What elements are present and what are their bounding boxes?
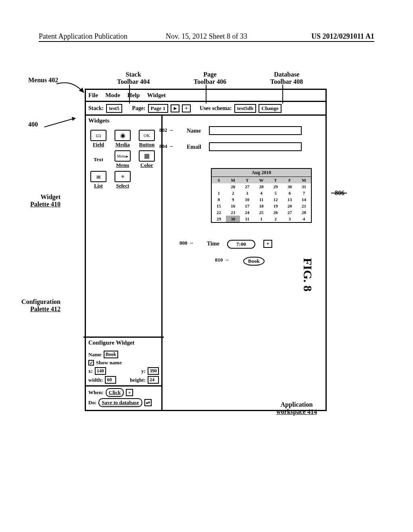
palette-list[interactable]: ≣List [88,171,108,189]
toolbar-row: Stack: test5 Page: Page 1 ▸ + Uses schem… [86,102,325,116]
header-rule [39,41,374,42]
svg-marker-6 [72,117,76,121]
ws-time-label: Time [207,241,219,247]
ws-calendar[interactable]: Aug 2010 SMTWTFM 262728293031 1234567 89… [211,168,312,223]
config-when-add-icon[interactable]: + [126,389,133,396]
callout-config-palette: ConfigurationPalette 412 [12,298,60,313]
config-x-label: x: [88,368,93,374]
change-button[interactable]: Change [259,104,282,113]
callout-ref808: 808 → [179,240,194,246]
widgets-title: Widgets [86,116,161,126]
callout-ref400: 400 [28,121,38,128]
config-h-label: height: [130,377,146,383]
config-name-label: Name [88,351,102,358]
widget-palette: ▭Field ◉Media OKButton Text Menu▸Menu ▦C… [86,126,161,337]
callout-ref804: 804 → [159,143,174,150]
callout-widget-palette: WidgetPalette 410 [24,193,60,208]
stack-label: Stack: [88,105,104,112]
app-window: File Mode Help Widget Stack: test5 Page:… [85,89,327,411]
page-value[interactable]: Page 1 [148,104,168,113]
callout-page-toolbar: PageToolbar 406 [194,71,226,85]
ws-email-field[interactable] [209,142,302,151]
header-right: US 2012/0291011 A1 [311,32,374,41]
palette-color[interactable]: ▦Color [137,150,157,168]
ws-name-field[interactable] [209,126,302,135]
config-showname-label: Show name [96,360,122,366]
callout-db-toolbar: DatabaseToolbar 408 [270,71,303,85]
config-palette: Name Book ✓ Show name x:140 y:390 width:… [86,348,161,410]
menu-mode[interactable]: Mode [105,92,120,99]
menu-bar: File Mode Help Widget [86,90,325,102]
callout-ref810: 810 → [215,257,229,263]
palette-select[interactable]: ⌖Select [113,171,133,189]
config-w-value[interactable]: 60 [105,376,116,384]
page-add-button[interactable]: + [182,104,191,112]
svg-marker-8 [331,193,334,193]
config-y-label: y: [141,368,146,374]
menu-help[interactable]: Help [127,92,140,99]
figure-caption: FIG. 8 [301,258,315,291]
palette-text: Text [88,150,108,168]
calendar-month: Aug 2010 [212,169,311,177]
menu-widget[interactable]: Widget [147,92,166,99]
left-panel: Widgets ▭Field ◉Media OKButton Text Menu… [86,116,163,410]
config-x-value[interactable]: 140 [95,367,106,375]
palette-menu[interactable]: Menu▸Menu [113,150,133,168]
config-do-updown-icon[interactable]: ▴▾ [144,399,152,406]
page-next-icon[interactable]: ▸ [171,104,179,112]
config-when-label: When: [88,389,104,396]
callout-menus: Menus 402 [28,77,58,84]
config-when-value[interactable]: Click [106,388,124,397]
ws-book-button[interactable]: Book [243,257,265,266]
config-y-value[interactable]: 390 [148,367,159,375]
calendar-dow-row: SMTWTFM [212,177,311,183]
config-title: Configure Widget [86,338,161,348]
config-h-value[interactable]: 24 [148,376,159,384]
schema-value[interactable]: test5db [234,104,256,113]
page-label: Page: [132,105,145,112]
callout-ref802: 802 → [159,127,174,133]
ws-name-label: Name [187,128,201,134]
config-do-label: Do: [88,399,96,406]
ws-time-add-icon[interactable]: + [263,240,272,248]
config-showname-checkbox[interactable]: ✓ [88,360,94,366]
config-w-label: width: [88,377,103,383]
palette-button[interactable]: OKButton [137,130,157,148]
stack-value[interactable]: test5 [106,104,122,113]
ws-time-value[interactable]: 7:00 [227,240,255,249]
palette-field[interactable]: ▭Field [88,130,108,148]
schema-label: Uses schema: [200,105,232,112]
menu-file[interactable]: File [88,92,98,99]
palette-media[interactable]: ◉Media [113,130,133,148]
config-name-value[interactable]: Book [104,351,119,358]
callout-stack-toolbar: StackToolbar 404 [117,71,150,85]
ws-email-label: Email [187,144,201,150]
config-do-value[interactable]: Save to database [98,398,142,407]
